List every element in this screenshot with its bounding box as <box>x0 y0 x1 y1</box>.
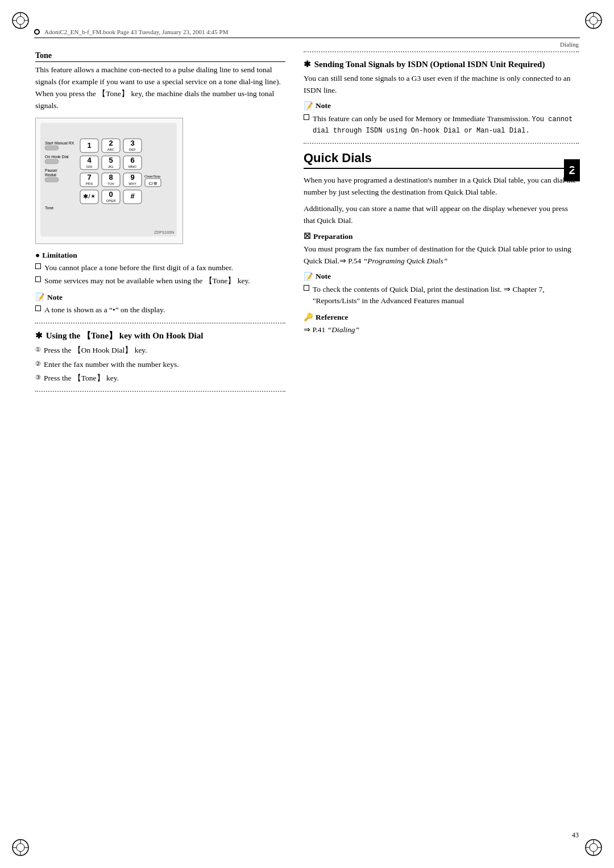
svg-text:5: 5 <box>109 156 113 164</box>
svg-text:3: 3 <box>130 139 134 147</box>
main-content: Tone This feature allows a machine con‐n… <box>35 51 579 828</box>
limitation-item-1: You cannot place a tone before the first… <box>35 262 285 274</box>
limitation-item-2: Some services may not be available when … <box>35 275 285 287</box>
page-label-top: Dialing <box>560 41 579 48</box>
sun-icon-1: ✱ <box>35 330 43 341</box>
limitation-title: Limitation <box>42 251 77 260</box>
limitation-icon: ● <box>35 251 40 260</box>
limitation-head: ● Limitation <box>35 251 285 260</box>
note-item-right-top-1: This feature can only be used for Memory… <box>304 113 579 137</box>
svg-text:2: 2 <box>109 139 113 147</box>
preparation-icon: ☒ <box>304 232 311 241</box>
step-3-num: ③ <box>35 373 41 384</box>
svg-point-7 <box>590 16 598 24</box>
checkbox-icon <box>304 114 309 120</box>
dotted-separator-right-top <box>304 51 579 52</box>
note-item-right-bottom-1: To check the contents of Quick Dial, pri… <box>304 284 579 307</box>
tone-section: Tone This feature allows a machine con‐n… <box>35 51 285 244</box>
reference-head: 🔑 Reference <box>304 312 579 322</box>
note-section-right-top: 📝 Note This feature can only be used for… <box>304 101 579 137</box>
page-header: AdoniC2_EN_b-f_FM.book Page 43 Tuesday, … <box>34 28 580 38</box>
corner-decoration-bl <box>10 837 31 858</box>
note-item-right-bottom-1-text: To check the contents of Quick Dial, pri… <box>313 284 579 307</box>
step-1: ① Press the 【On Hook Dial】 key. <box>35 345 285 356</box>
step-2: ② Enter the fax number with the number k… <box>35 359 285 370</box>
step-1-num: ① <box>35 345 41 356</box>
svg-rect-31 <box>45 177 59 182</box>
svg-text:WXY: WXY <box>128 182 136 185</box>
svg-text:4: 4 <box>87 156 92 164</box>
svg-text:JKL: JKL <box>108 165 114 168</box>
note-title-left: Note <box>47 293 63 302</box>
note-section-left: 📝 Note A tone is shown as a “•” on the d… <box>35 292 285 316</box>
svg-text:On Hook Dial: On Hook Dial <box>45 155 69 159</box>
note-head-left: 📝 Note <box>35 292 285 302</box>
svg-text:Clear/Stop: Clear/Stop <box>144 175 161 178</box>
using-tone-title: ✱ Using the 【Tone】 key with On Hook Dial <box>35 330 285 341</box>
step-2-text: Enter the fax number with the number key… <box>44 359 179 370</box>
preparation-title: Preparation <box>313 232 353 241</box>
reference-section: 🔑 Reference ⇒ P.41 “Dialing” <box>304 312 579 336</box>
sending-tonal-title-text: Sending Tonal Signals by ISDN (Optional … <box>314 60 545 69</box>
quick-dials-section: Quick Dials When you have programed a de… <box>304 151 579 227</box>
step-3: ③ Press the 【Tone】 key. <box>35 373 285 384</box>
header-bullet-icon <box>34 29 40 35</box>
svg-text:Pause/: Pause/ <box>45 168 57 172</box>
corner-decoration-tl <box>10 10 31 31</box>
svg-text:TUV: TUV <box>107 182 114 185</box>
svg-text:OPER: OPER <box>106 199 116 202</box>
dotted-separator-1 <box>35 323 285 324</box>
checkbox-icon <box>35 263 41 269</box>
reference-body: ⇒ P.41 “Dialing” <box>304 324 579 336</box>
svg-text:Tone: Tone <box>45 206 53 210</box>
sending-tonal-body: You can still send tone signals to a G3 … <box>304 73 579 97</box>
using-tone-section: ✱ Using the 【Tone】 key with On Hook Dial… <box>35 330 285 384</box>
quick-dials-body-2: Additionally, you can store a name that … <box>304 203 579 227</box>
limitation-item-1-text: You cannot place a tone before the first… <box>44 262 233 274</box>
svg-point-13 <box>16 844 24 852</box>
svg-text:#: # <box>130 192 135 200</box>
note-title-right-top: Note <box>316 101 331 110</box>
note-head-right-top: 📝 Note <box>304 101 579 111</box>
note-icon-right-top: 📝 <box>304 101 313 111</box>
note-item-right-top-1-text: This feature can only be used for Memory… <box>313 113 579 137</box>
note-section-right-bottom: 📝 Note To check the contents of Quick Di… <box>304 272 579 307</box>
page-number: 43 <box>572 831 579 840</box>
svg-text:ZDPS100N: ZDPS100N <box>154 230 174 234</box>
svg-text:1: 1 <box>87 141 91 150</box>
svg-text:Redial: Redial <box>45 173 56 177</box>
note-icon-right-bottom: 📝 <box>304 272 313 282</box>
reference-icon: 🔑 <box>304 312 313 322</box>
dotted-separator-2 <box>35 391 285 392</box>
note-head-right-bottom: 📝 Note <box>304 272 579 282</box>
sun-icon-2: ✱ <box>304 59 311 69</box>
svg-text:ABC: ABC <box>107 148 115 151</box>
svg-text:6: 6 <box>130 156 134 164</box>
step-3-text: Press the 【Tone】 key. <box>44 373 119 384</box>
svg-text:C/⊗: C/⊗ <box>149 181 157 186</box>
using-tone-title-text: Using the 【Tone】 key with On Hook Dial <box>46 331 204 340</box>
note-icon-left: 📝 <box>35 292 45 302</box>
note-item-left-1: A tone is shown as a “•” on the display. <box>35 304 285 316</box>
svg-text:9: 9 <box>130 173 134 181</box>
file-info: AdoniC2_EN_b-f_FM.book Page 43 Tuesday, … <box>44 28 229 35</box>
svg-text:✱/✶: ✱/✶ <box>83 193 95 200</box>
step-2-num: ② <box>35 359 41 370</box>
reference-title: Reference <box>316 313 348 322</box>
tone-title: Tone <box>35 51 285 62</box>
sending-tonal-title: ✱ Sending Tonal Signals by ISDN (Optiona… <box>304 59 579 69</box>
preparation-section: ☒ Preparation You must program the fax n… <box>304 232 579 267</box>
svg-text:8: 8 <box>109 173 113 181</box>
sending-tonal-section: ✱ Sending Tonal Signals by ISDN (Optiona… <box>304 59 579 97</box>
svg-point-1 <box>16 16 24 24</box>
svg-text:DEF: DEF <box>129 148 136 151</box>
quick-dials-title: Quick Dials <box>304 151 579 169</box>
right-column: ✱ Sending Tonal Signals by ISDN (Optiona… <box>304 51 579 399</box>
svg-rect-28 <box>45 159 59 164</box>
note-title-right-bottom: Note <box>316 272 331 281</box>
svg-text:MNO: MNO <box>128 165 136 168</box>
checkbox-icon <box>304 285 309 291</box>
svg-rect-26 <box>45 146 59 150</box>
preparation-head: ☒ Preparation <box>304 232 579 241</box>
checkbox-icon <box>35 276 41 282</box>
